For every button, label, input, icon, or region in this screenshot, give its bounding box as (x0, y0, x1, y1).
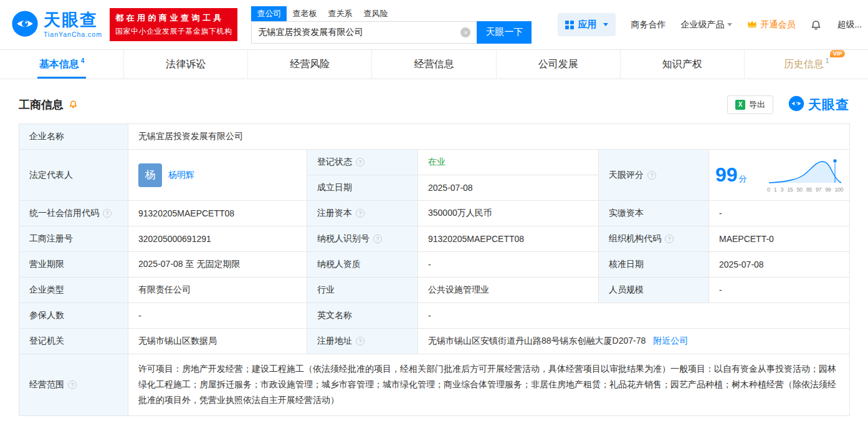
slogan-banner: 都在用的商业查询工具 国家中小企业发展子基金旗下机构 (110, 8, 238, 41)
paid-capital-value: - (709, 201, 850, 226)
tianyancha-logo-icon (11, 10, 39, 40)
crown-icon (747, 19, 757, 30)
tab-legal-litigation[interactable]: 法律诉讼 (124, 50, 248, 79)
tianyancha-logo-icon (788, 95, 804, 114)
legal-rep-cell: 杨 杨明辉 (128, 150, 307, 201)
tianyancha-logo[interactable]: 天眼查 TianYanCha.com (11, 10, 102, 40)
slogan-line1: 都在用的商业查询工具 (115, 12, 232, 24)
tab-label: 法律诉讼 (166, 58, 206, 71)
help-icon[interactable]: ? (68, 380, 77, 389)
table-row: 企业名称 无锡宜居投资发展有限公司 (19, 124, 850, 150)
logo-domain-text: TianYanCha.com (44, 31, 102, 39)
help-icon[interactable]: ? (356, 209, 365, 218)
label-text: 纳税人识别号 (317, 233, 370, 245)
apps-grid-icon (565, 21, 574, 29)
tab-company-development[interactable]: 公司发展 (497, 50, 621, 79)
english-name-value: - (418, 303, 850, 329)
export-button[interactable]: X 导出 (727, 95, 773, 114)
company-type-value: 有限责任公司 (128, 278, 307, 303)
search-input[interactable] (251, 21, 477, 44)
tab-business-info[interactable]: 经营信息 (372, 50, 496, 79)
label-text: 注册资本 (317, 208, 352, 219)
help-icon[interactable]: ? (356, 158, 365, 167)
business-term-value: 2025-07-08 至 无固定期限 (128, 252, 307, 278)
axis-tick: 100 (834, 186, 843, 193)
staff-size-value: - (709, 278, 850, 303)
search-tab-relation[interactable]: 查关系 (322, 6, 358, 21)
approval-date-value: 2025-07-08 (709, 252, 850, 278)
tab-label: 公司发展 (538, 58, 578, 71)
company-type-label: 企业类型 (19, 278, 128, 303)
help-icon[interactable]: ? (103, 209, 112, 218)
tab-label: 知识产权 (662, 58, 702, 71)
tab-basic-info[interactable]: 基本信息4 (0, 50, 124, 79)
tab-label: 基本信息 (39, 58, 79, 71)
axis-tick: 1 (774, 186, 777, 193)
search-button[interactable]: 天眼一下 (477, 21, 532, 44)
credit-code-value: 91320205MAEPCETT08 (128, 201, 307, 226)
vip-membership-link[interactable]: 开通会员 (747, 19, 795, 31)
tab-count: 4 (81, 57, 85, 64)
enterprise-product-label: 企业级产品 (680, 19, 724, 31)
label-text: 经营范围 (29, 379, 64, 390)
enterprise-product-link[interactable]: 企业级产品 (680, 19, 732, 31)
biz-cooperation-link[interactable]: 商务合作 (631, 19, 665, 31)
axis-tick: 99 (825, 186, 831, 193)
table-row: 登记机关 无锡市锡山区数据局 注册地址? 无锡市锡山区安镇街道丹山路88号锡东创… (19, 329, 850, 354)
business-info-table: 企业名称 无锡宜居投资发展有限公司 法定代表人 杨 杨明辉 登记状态? 在业 天… (19, 123, 850, 416)
site-header: 天眼查 TianYanCha.com 都在用的商业查询工具 国家中小企业发展子基… (0, 0, 868, 50)
caret-down-icon (603, 23, 608, 26)
search-tab-boss[interactable]: 查老板 (287, 6, 322, 21)
taxpayer-id-value: 91320205MAEPCETT08 (418, 226, 599, 252)
help-icon[interactable]: ? (647, 171, 656, 180)
help-icon[interactable]: ? (356, 337, 365, 346)
reg-capital-label: 注册资本? (307, 201, 418, 226)
apps-label: 应用 (578, 19, 596, 31)
establish-date-label: 成立日期 (307, 175, 418, 201)
axis-tick: 97 (816, 186, 821, 193)
search-tab-company[interactable]: 查公司 (251, 6, 287, 21)
reg-status-cell: 在业 (418, 150, 599, 175)
notification-bell-icon[interactable] (810, 19, 822, 31)
subscribe-bell-icon[interactable] (69, 99, 78, 111)
tianyancha-watermark: 天眼查 (788, 95, 849, 114)
industry-value: 公共设施管理业 (418, 278, 599, 303)
reg-number-value: 320205000691291 (128, 226, 307, 252)
taxpayer-quality-value: - (418, 252, 599, 278)
english-name-label: 英文名称 (307, 303, 418, 329)
tab-business-risk[interactable]: 经营风险 (248, 50, 372, 79)
table-row: 统一社会信用代码? 91320205MAEPCETT08 注册资本? 35000… (19, 201, 850, 226)
legal-rep-link[interactable]: 杨明辉 (168, 170, 194, 181)
tab-history-info[interactable]: 历史信息1 VIP (745, 50, 868, 79)
avatar[interactable]: 杨 (138, 163, 162, 187)
search-tab-risk[interactable]: 查风险 (358, 6, 393, 21)
score-value: 99 (715, 163, 738, 186)
reg-number-label: 工商注册号 (19, 226, 128, 252)
search-tabs: 查公司 查老板 查关系 查风险 (251, 6, 532, 21)
apps-menu-button[interactable]: 应用 (558, 13, 616, 36)
taxpayer-quality-label: 纳税人资质 (307, 252, 418, 278)
taxpayer-id-label: 纳税人识别号? (307, 226, 418, 252)
table-row: 经营范围? 许可项目：房地产开发经营；建设工程施工（依法须经批准的项目，经相关部… (19, 354, 850, 416)
org-code-label: 组织机构代码? (599, 226, 709, 252)
clear-icon[interactable]: × (460, 27, 470, 37)
axis-tick: 85 (806, 186, 812, 193)
score-unit: 分 (739, 174, 747, 183)
label-text: 组织机构代码 (609, 233, 661, 245)
staff-size-label: 人员规模 (599, 278, 709, 303)
section-head: 工商信息 X 导出 天眼查 (0, 79, 868, 123)
tab-intellectual-property[interactable]: 知识产权 (621, 50, 745, 79)
credit-code-label: 统一社会信用代码? (19, 201, 128, 226)
reg-address-cell: 无锡市锡山区安镇街道丹山路88号锡东创融大厦D207-78附近公司 (418, 329, 850, 354)
insured-count-label: 参保人数 (19, 303, 128, 329)
help-icon[interactable]: ? (373, 235, 382, 243)
nearby-company-link[interactable]: 附近公司 (653, 336, 688, 346)
insured-count-value: - (128, 303, 307, 329)
help-icon[interactable]: ? (665, 235, 674, 243)
label-text: 统一社会信用代码 (29, 208, 99, 219)
score-cell: 99分 0 1 3 15 50 85 (709, 150, 850, 201)
score-label: 天眼评分? (599, 150, 709, 201)
table-row: 企业类型 有限责任公司 行业 公共设施管理业 人员规模 - (19, 278, 850, 303)
table-row: 工商注册号 320205000691291 纳税人识别号? 91320205MA… (19, 226, 850, 252)
super-vip-link[interactable]: 超级... (837, 19, 862, 31)
